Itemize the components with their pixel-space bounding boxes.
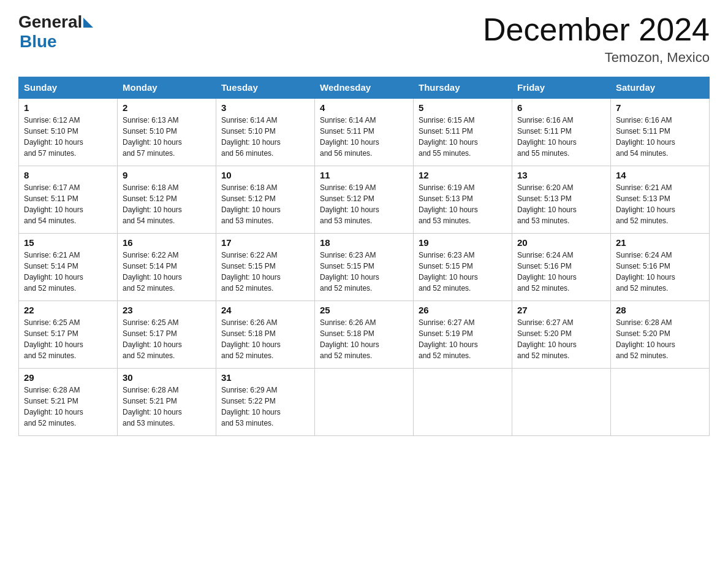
day-number: 24: [221, 305, 309, 315]
day-number: 8: [24, 170, 112, 180]
calendar-header-row: Sunday Monday Tuesday Wednesday Thursday…: [19, 77, 710, 99]
calendar-week-row: 22Sunrise: 6:25 AMSunset: 5:17 PMDayligh…: [19, 301, 710, 368]
day-info: Sunrise: 6:17 AMSunset: 5:11 PMDaylight:…: [24, 182, 112, 226]
calendar-week-row: 15Sunrise: 6:21 AMSunset: 5:14 PMDayligh…: [19, 233, 710, 301]
day-number: 31: [221, 372, 309, 383]
calendar-cell: 3Sunrise: 6:14 AMSunset: 5:10 PMDaylight…: [216, 98, 315, 166]
day-number: 27: [517, 305, 605, 315]
calendar-cell: 9Sunrise: 6:18 AMSunset: 5:12 PMDaylight…: [118, 166, 216, 233]
day-info: Sunrise: 6:23 AMSunset: 5:15 PMDaylight:…: [320, 250, 408, 294]
day-info: Sunrise: 6:19 AMSunset: 5:13 PMDaylight:…: [419, 182, 507, 226]
day-info: Sunrise: 6:28 AMSunset: 5:20 PMDaylight:…: [616, 317, 704, 361]
calendar-cell: 1Sunrise: 6:12 AMSunset: 5:10 PMDaylight…: [19, 98, 118, 166]
logo-triangle-icon: [83, 18, 93, 28]
day-number: 11: [320, 170, 408, 180]
calendar-cell: 29Sunrise: 6:28 AMSunset: 5:21 PMDayligh…: [19, 368, 118, 435]
day-info: Sunrise: 6:27 AMSunset: 5:19 PMDaylight:…: [419, 317, 507, 361]
day-info: Sunrise: 6:19 AMSunset: 5:12 PMDaylight:…: [320, 182, 408, 226]
calendar-cell: 6Sunrise: 6:16 AMSunset: 5:11 PMDaylight…: [512, 98, 611, 166]
day-info: Sunrise: 6:25 AMSunset: 5:17 PMDaylight:…: [123, 317, 211, 361]
logo: General Blue: [18, 12, 93, 52]
col-wednesday: Wednesday: [315, 77, 414, 99]
day-number: 14: [616, 170, 704, 180]
calendar-cell: 25Sunrise: 6:26 AMSunset: 5:18 PMDayligh…: [315, 301, 414, 368]
month-year-title: December 2024: [483, 12, 710, 47]
col-monday: Monday: [118, 77, 216, 99]
calendar-cell: [315, 368, 414, 435]
col-thursday: Thursday: [414, 77, 512, 99]
calendar-cell: 22Sunrise: 6:25 AMSunset: 5:17 PMDayligh…: [19, 301, 118, 368]
day-number: 1: [24, 102, 112, 113]
calendar-cell: [611, 368, 710, 435]
day-info: Sunrise: 6:14 AMSunset: 5:10 PMDaylight:…: [221, 115, 309, 159]
day-info: Sunrise: 6:26 AMSunset: 5:18 PMDaylight:…: [320, 317, 408, 361]
day-info: Sunrise: 6:28 AMSunset: 5:21 PMDaylight:…: [24, 385, 112, 429]
col-saturday: Saturday: [611, 77, 710, 99]
calendar-cell: 11Sunrise: 6:19 AMSunset: 5:12 PMDayligh…: [315, 166, 414, 233]
day-info: Sunrise: 6:20 AMSunset: 5:13 PMDaylight:…: [517, 182, 605, 226]
day-number: 23: [123, 305, 211, 315]
day-info: Sunrise: 6:26 AMSunset: 5:18 PMDaylight:…: [221, 317, 309, 361]
day-info: Sunrise: 6:29 AMSunset: 5:22 PMDaylight:…: [221, 385, 309, 429]
day-number: 25: [320, 305, 408, 315]
calendar-cell: 13Sunrise: 6:20 AMSunset: 5:13 PMDayligh…: [512, 166, 611, 233]
calendar-cell: 20Sunrise: 6:24 AMSunset: 5:16 PMDayligh…: [512, 233, 611, 301]
page-header: General Blue December 2024 Temozon, Mexi…: [18, 12, 710, 66]
calendar-cell: 12Sunrise: 6:19 AMSunset: 5:13 PMDayligh…: [414, 166, 512, 233]
col-friday: Friday: [512, 77, 611, 99]
calendar-cell: [414, 368, 512, 435]
calendar-cell: 8Sunrise: 6:17 AMSunset: 5:11 PMDaylight…: [19, 166, 118, 233]
day-number: 15: [24, 237, 112, 248]
col-sunday: Sunday: [19, 77, 118, 99]
location-subtitle: Temozon, Mexico: [483, 50, 710, 66]
logo-blue-text: Blue: [20, 32, 57, 51]
calendar-cell: 10Sunrise: 6:18 AMSunset: 5:12 PMDayligh…: [216, 166, 315, 233]
day-info: Sunrise: 6:27 AMSunset: 5:20 PMDaylight:…: [517, 317, 605, 361]
day-number: 26: [419, 305, 507, 315]
calendar-cell: 23Sunrise: 6:25 AMSunset: 5:17 PMDayligh…: [118, 301, 216, 368]
day-info: Sunrise: 6:21 AMSunset: 5:13 PMDaylight:…: [616, 182, 704, 226]
day-number: 29: [24, 372, 112, 383]
day-info: Sunrise: 6:18 AMSunset: 5:12 PMDaylight:…: [221, 182, 309, 226]
day-number: 13: [517, 170, 605, 180]
day-info: Sunrise: 6:22 AMSunset: 5:14 PMDaylight:…: [123, 250, 211, 294]
day-info: Sunrise: 6:16 AMSunset: 5:11 PMDaylight:…: [616, 115, 704, 159]
day-number: 6: [517, 102, 605, 113]
day-info: Sunrise: 6:12 AMSunset: 5:10 PMDaylight:…: [24, 115, 112, 159]
day-info: Sunrise: 6:13 AMSunset: 5:10 PMDaylight:…: [123, 115, 211, 159]
calendar-week-row: 29Sunrise: 6:28 AMSunset: 5:21 PMDayligh…: [19, 368, 710, 435]
calendar-cell: 17Sunrise: 6:22 AMSunset: 5:15 PMDayligh…: [216, 233, 315, 301]
calendar-cell: 4Sunrise: 6:14 AMSunset: 5:11 PMDaylight…: [315, 98, 414, 166]
day-info: Sunrise: 6:15 AMSunset: 5:11 PMDaylight:…: [419, 115, 507, 159]
calendar-cell: 15Sunrise: 6:21 AMSunset: 5:14 PMDayligh…: [19, 233, 118, 301]
logo-general-text: General: [18, 12, 82, 32]
day-info: Sunrise: 6:21 AMSunset: 5:14 PMDaylight:…: [24, 250, 112, 294]
title-block: December 2024 Temozon, Mexico: [483, 12, 710, 66]
day-info: Sunrise: 6:24 AMSunset: 5:16 PMDaylight:…: [517, 250, 605, 294]
day-info: Sunrise: 6:22 AMSunset: 5:15 PMDaylight:…: [221, 250, 309, 294]
day-number: 20: [517, 237, 605, 248]
day-number: 3: [221, 102, 309, 113]
calendar-cell: 26Sunrise: 6:27 AMSunset: 5:19 PMDayligh…: [414, 301, 512, 368]
day-number: 22: [24, 305, 112, 315]
day-number: 16: [123, 237, 211, 248]
calendar-cell: 16Sunrise: 6:22 AMSunset: 5:14 PMDayligh…: [118, 233, 216, 301]
col-tuesday: Tuesday: [216, 77, 315, 99]
calendar-cell: 18Sunrise: 6:23 AMSunset: 5:15 PMDayligh…: [315, 233, 414, 301]
day-number: 19: [419, 237, 507, 248]
day-number: 7: [616, 102, 704, 113]
day-info: Sunrise: 6:18 AMSunset: 5:12 PMDaylight:…: [123, 182, 211, 226]
calendar-table: Sunday Monday Tuesday Wednesday Thursday…: [18, 77, 710, 436]
day-info: Sunrise: 6:28 AMSunset: 5:21 PMDaylight:…: [123, 385, 211, 429]
calendar-cell: 7Sunrise: 6:16 AMSunset: 5:11 PMDaylight…: [611, 98, 710, 166]
day-number: 2: [123, 102, 211, 113]
day-info: Sunrise: 6:16 AMSunset: 5:11 PMDaylight:…: [517, 115, 605, 159]
day-number: 18: [320, 237, 408, 248]
calendar-week-row: 1Sunrise: 6:12 AMSunset: 5:10 PMDaylight…: [19, 98, 710, 166]
day-number: 5: [419, 102, 507, 113]
calendar-cell: 31Sunrise: 6:29 AMSunset: 5:22 PMDayligh…: [216, 368, 315, 435]
day-number: 4: [320, 102, 408, 113]
calendar-cell: 30Sunrise: 6:28 AMSunset: 5:21 PMDayligh…: [118, 368, 216, 435]
day-info: Sunrise: 6:24 AMSunset: 5:16 PMDaylight:…: [616, 250, 704, 294]
day-number: 10: [221, 170, 309, 180]
